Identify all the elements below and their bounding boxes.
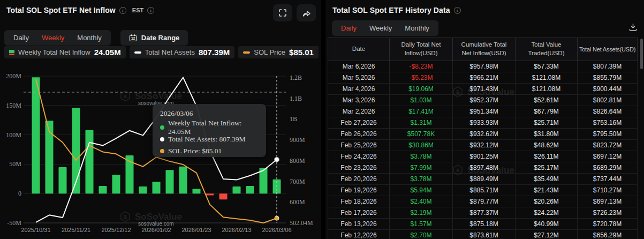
value-traded-cell: $24.22M xyxy=(516,207,578,218)
inflow-bar xyxy=(32,77,40,193)
legend-label: Total Net Assets xyxy=(145,48,195,56)
inflow-bar xyxy=(112,175,120,193)
table-row: Mar 3,2026$1.03M$952.37M$52.61M$802.81M xyxy=(328,95,638,106)
table-row: Feb 25,2026$30.86M$932.12M$48.62M$823.72… xyxy=(328,140,638,151)
table-scrollbar[interactable] xyxy=(640,39,643,69)
info-icon[interactable]: i xyxy=(454,7,461,14)
table-row: Mar 2,2026$17.41M$951.34M$67.79M$826.64M xyxy=(328,106,638,117)
daily-inflow-cell: $507.78K xyxy=(390,129,453,139)
download-button[interactable] xyxy=(628,23,638,33)
fullscreen-button[interactable] xyxy=(273,4,292,21)
share-button[interactable] xyxy=(297,4,316,21)
cumulative-inflow-cell: $957.98M xyxy=(453,61,516,72)
net-inflow-panel: Total SOL Spot ETF Net Inflow i EST i Da… xyxy=(0,0,321,239)
cumulative-inflow-cell: $879.77M xyxy=(453,196,516,207)
info-icon[interactable]: i xyxy=(119,7,126,14)
legend-value: 807.39M xyxy=(199,48,230,57)
value-traded-cell: $21.43M xyxy=(516,185,578,196)
legend-label: Weekly Total Net Inflow xyxy=(18,48,90,56)
x-axis-label: 2025/10/31 xyxy=(21,227,50,233)
cumulative-inflow-cell: $932.12M xyxy=(453,140,516,151)
x-axis-label: 2026/03/06 xyxy=(262,227,291,233)
tab-monthly[interactable]: Monthly xyxy=(399,23,435,34)
legend-item-1[interactable]: Total Net Assets807.39M xyxy=(130,46,235,58)
tab-daily[interactable]: Daily xyxy=(7,32,35,43)
value-traded-cell: $40.99M xyxy=(516,219,578,229)
net-assets-cell: $900.44M xyxy=(578,84,638,94)
inflow-bar xyxy=(219,193,228,199)
value-traded-cell: $57.33M xyxy=(516,61,578,72)
cumulative-inflow-cell: $971.43M xyxy=(453,84,516,94)
cumulative-inflow-cell: $966.21M xyxy=(453,72,516,83)
info-icon[interactable]: i xyxy=(147,7,154,14)
x-axis-label: 2026/01/23 xyxy=(181,227,211,233)
date-cell: Feb 13,2026 xyxy=(328,219,390,229)
legend-item-0[interactable]: Weekly Total Net Inflow24.05M xyxy=(4,46,126,58)
inflow-bar xyxy=(86,130,94,193)
inflow-bar xyxy=(193,189,201,193)
inflow-bar xyxy=(59,167,67,193)
daily-inflow-cell: $17.41M xyxy=(390,106,453,117)
tab-daily[interactable]: Daily xyxy=(335,23,362,34)
tooltip-row: Total Net Assets: 807.39M xyxy=(160,133,260,145)
chart-tooltip: 2026/03/06 Weekly Total Net Inflow: 24.0… xyxy=(153,104,266,157)
inflow-bar xyxy=(166,170,174,193)
net-assets-cell: $795.50M xyxy=(578,129,638,139)
table-row: Feb 26,2026$507.78K$932.62M$31.80M$795.5… xyxy=(328,129,638,140)
table-header: DateDaily Total Net Inflow(USD)Cumulativ… xyxy=(328,38,638,61)
daily-inflow-cell: $30.86M xyxy=(390,140,453,151)
table-row: Feb 13,2026$1.57M$875.18M$40.99M$720.78M xyxy=(328,219,638,230)
value-traded-cell: $20.26M xyxy=(516,196,578,207)
tab-monthly[interactable]: Monthly xyxy=(71,32,108,43)
date-cell: Feb 23,2026 xyxy=(328,162,390,173)
daily-inflow-cell: $3.78M xyxy=(390,151,453,162)
right-axis-label: 1B xyxy=(290,115,297,123)
daily-inflow-cell: $2.40M xyxy=(390,196,453,207)
date-cell: Mar 3,2026 xyxy=(328,95,390,106)
daily-inflow-cell: $2.70M xyxy=(390,230,453,239)
tab-weekly[interactable]: Weekly xyxy=(36,32,70,43)
daily-inflow-cell: $2.19M xyxy=(390,207,453,218)
table-row: Mar 5,2026-$5.23M$966.21M$121.08M$855.79… xyxy=(328,72,638,84)
net-assets-cell: $697.13M xyxy=(578,196,638,207)
tab-weekly[interactable]: Weekly xyxy=(363,23,398,34)
bar-series-swatch xyxy=(9,50,14,55)
inflow-bar xyxy=(233,186,241,193)
table-row: Feb 27,2026$1.31M$933.93M$25.71M$753.16M xyxy=(328,117,638,129)
history-table: DateDaily Total Net Inflow(USD)Cumulativ… xyxy=(328,38,638,239)
inflow-bar xyxy=(99,186,107,193)
date-cell: Feb 27,2026 xyxy=(328,117,390,128)
chart-title: Total SOL Spot ETF Net Inflow xyxy=(6,6,116,14)
orange-dash-swatch xyxy=(243,51,250,54)
tooltip-row: SOL Price: $85.01 xyxy=(160,145,260,157)
inflow-bar xyxy=(206,193,214,195)
value-traded-cell: $121.08M xyxy=(516,72,578,83)
cumulative-inflow-cell: $897.48M xyxy=(453,162,516,173)
value-traded-cell: $121.08M xyxy=(516,84,578,94)
legend-item-2[interactable]: SOL Price$85.01 xyxy=(238,46,319,58)
right-axis-label: 1.1B xyxy=(290,95,302,102)
left-axis-label: 0 xyxy=(18,190,21,197)
svg-text:12: 12 xyxy=(131,36,135,40)
net-assets-cell: $737.44M xyxy=(578,174,638,184)
table-row: Feb 18,2026$2.40M$879.77M$20.26M$697.13M xyxy=(328,196,638,207)
date-cell: Feb 19,2026 xyxy=(328,185,390,196)
calendar-icon: 12 xyxy=(129,34,137,42)
net-assets-cell: $823.72M xyxy=(578,140,638,151)
x-axis-label: 2025/12/12 xyxy=(101,227,131,233)
daily-inflow-cell: $1.03M xyxy=(390,95,453,106)
table-row: Mar 4,2026$19.06M$971.43M$121.08M$900.44… xyxy=(328,84,638,95)
right-axis-label: 800M xyxy=(290,157,305,165)
date-cell: Feb 25,2026 xyxy=(328,140,390,151)
date-cell: Mar 6,2026 xyxy=(328,61,390,72)
legend-label: SOL Price xyxy=(254,48,285,56)
left-axis-label: -50M xyxy=(7,219,21,227)
cumulative-inflow-cell: $901.25M xyxy=(453,151,516,162)
net-assets-cell: $802.81M xyxy=(578,95,638,106)
left-axis-label: 50M xyxy=(9,160,21,168)
inflow-bar xyxy=(139,186,147,193)
legend-value: $85.01 xyxy=(289,48,314,57)
x-axis-label: 2025/11/21 xyxy=(62,227,90,233)
cumulative-inflow-cell: $951.34M xyxy=(453,106,516,117)
date-range-button[interactable]: 12 Date Range xyxy=(120,30,188,46)
